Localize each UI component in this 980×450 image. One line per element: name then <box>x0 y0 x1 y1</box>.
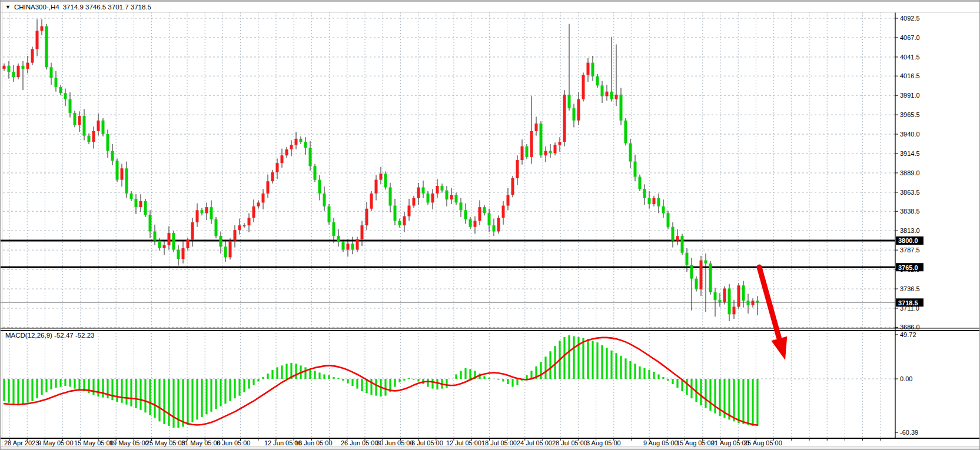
candle <box>450 195 453 199</box>
candle <box>285 149 288 155</box>
candle <box>573 108 576 121</box>
candle <box>526 146 529 157</box>
candle <box>144 201 147 215</box>
candle <box>723 288 726 302</box>
candle <box>493 225 496 231</box>
candle <box>300 139 303 142</box>
time-tick-label: 26 Jun 05:00 <box>341 439 378 446</box>
candle <box>601 85 604 96</box>
candle <box>422 188 425 194</box>
window-bottom-strip <box>1 446 980 450</box>
candle <box>257 202 260 206</box>
time-tick-label: 9 Aug 05:00 <box>643 439 678 446</box>
candle <box>163 245 166 248</box>
candle <box>615 95 618 99</box>
price-tick-label: 3914.5 <box>900 150 920 157</box>
candle <box>497 218 500 231</box>
candle <box>92 131 95 142</box>
candle <box>544 151 547 156</box>
candle <box>408 206 411 216</box>
candle <box>55 78 58 87</box>
candle <box>554 145 557 153</box>
chart-title: ▼ CHINA300-,H4 3714.9 3746.5 3701.7 3718… <box>5 2 151 12</box>
symbol-dropdown-icon[interactable]: ▼ <box>5 4 11 10</box>
candle <box>700 261 703 289</box>
time-tick-label: 6 Jul 05:00 <box>411 439 443 446</box>
candle <box>530 131 533 157</box>
candle <box>511 178 514 195</box>
candle <box>191 222 194 240</box>
candle <box>563 95 566 142</box>
candle <box>267 181 270 194</box>
candle <box>74 113 77 125</box>
candle <box>587 63 590 75</box>
candle <box>455 195 458 202</box>
candle <box>248 218 251 225</box>
price-tick-label: 3813.0 <box>900 227 920 234</box>
candle <box>394 206 397 221</box>
candle <box>695 279 698 289</box>
price-tick-label: 4092.5 <box>900 15 920 22</box>
time-tick-label: 25 Aug 05:00 <box>744 439 782 446</box>
candle <box>347 244 350 249</box>
candle <box>121 168 124 179</box>
candle <box>243 225 246 226</box>
candle <box>709 264 712 292</box>
candle <box>356 239 359 249</box>
price-tick-label: 3991.0 <box>900 92 920 99</box>
candle <box>540 124 543 155</box>
candle <box>559 142 562 145</box>
candle <box>172 233 175 249</box>
candle <box>234 230 237 241</box>
trend-arrow-shaft[interactable] <box>759 267 779 337</box>
candle <box>318 180 321 194</box>
price-chart-canvas[interactable]: 4092.54067.04041.54016.53991.03965.53940… <box>1 1 980 450</box>
candle <box>125 168 128 194</box>
candle <box>333 222 335 236</box>
candle <box>276 163 279 172</box>
candle <box>116 161 119 179</box>
time-tick-label: 18 Jul 05:00 <box>481 439 517 446</box>
candle <box>464 210 467 219</box>
candle <box>375 180 378 194</box>
price-tick-label: 4067.0 <box>900 34 920 41</box>
candle <box>413 198 416 206</box>
candle <box>314 166 317 179</box>
candle <box>224 246 227 257</box>
candle <box>201 210 204 213</box>
time-tick-label: 28 Apr 2023 <box>4 439 39 446</box>
macd-scale-label: 49.72 <box>900 331 916 338</box>
candle <box>45 26 48 68</box>
price-tick-label: 3889.0 <box>900 169 920 176</box>
candle <box>606 92 609 96</box>
candle <box>154 231 157 241</box>
price-marker-label: 3800.0 <box>898 237 918 244</box>
candle <box>431 194 434 203</box>
candle <box>488 213 491 225</box>
candle <box>535 124 538 131</box>
candle <box>12 72 15 77</box>
candle <box>483 207 486 213</box>
candle <box>639 176 642 189</box>
candle <box>370 194 373 209</box>
time-tick-label: 9 May 05:00 <box>38 439 74 446</box>
candle <box>149 215 152 231</box>
candle <box>441 186 444 191</box>
candle <box>36 31 39 49</box>
candle <box>634 162 637 177</box>
candle <box>50 67 53 78</box>
candle <box>403 216 406 226</box>
candle <box>97 121 100 131</box>
candle <box>389 188 392 206</box>
time-tick-label: 12 Jul 05:00 <box>446 439 481 446</box>
candle <box>69 99 72 113</box>
candle <box>620 95 623 121</box>
candle <box>8 66 11 72</box>
price-tick-label: 3863.5 <box>900 189 920 196</box>
candle <box>31 49 34 62</box>
candle <box>342 242 345 250</box>
candle <box>690 265 693 278</box>
candle <box>436 186 439 194</box>
candle <box>728 288 731 314</box>
candle <box>229 241 232 257</box>
